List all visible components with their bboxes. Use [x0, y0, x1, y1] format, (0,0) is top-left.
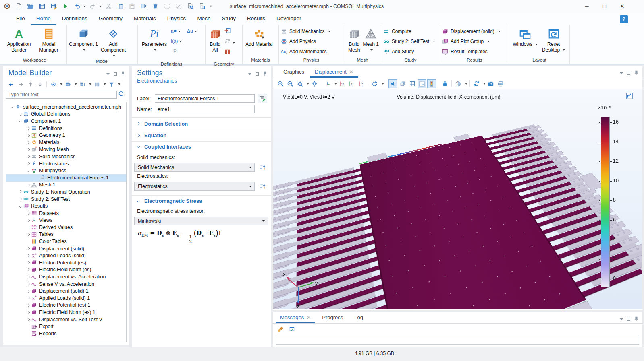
tree-item-electric-potential-es-1[interactable]: Electric Potential (es) 1: [6, 302, 126, 309]
messages-output[interactable]: [276, 335, 639, 345]
ribbon-mini-Pi[interactable]: Pi: [173, 48, 178, 54]
ribbon-mini-u[interactable]: Δu: [187, 28, 197, 34]
paste-button[interactable]: [127, 2, 137, 11]
ribbon-application-builder[interactable]: AApplication Builder: [4, 25, 34, 53]
panel-pin-icon[interactable]: [634, 316, 638, 323]
preview-document-button[interactable]: [197, 2, 207, 11]
chevron-right-icon[interactable]: [17, 198, 23, 200]
ribbon-model-manager[interactable]: Model Manager: [34, 25, 64, 53]
tab-messages[interactable]: Messages✕: [278, 312, 313, 323]
tree-item-moving-mesh[interactable]: Moving Mesh: [6, 146, 126, 153]
snapshot-button[interactable]: [486, 79, 495, 88]
tree-item-electric-field-norm-es-1[interactable]: Electric Field Norm (es) 1: [6, 309, 126, 316]
tree-item-study-1-normal-operation[interactable]: Study 1: Normal Operation: [6, 188, 126, 196]
graphics-canvas[interactable]: VtestL=0 V, VtestR=2 V Volume: Displacem…: [273, 89, 642, 309]
menu-physics[interactable]: Physics: [162, 13, 192, 25]
chevron-right-icon[interactable]: [25, 304, 31, 306]
panel-pin-icon[interactable]: [121, 70, 125, 78]
preview-button[interactable]: [186, 2, 195, 11]
tree-item-solid-mechanics[interactable]: Solid Mechanics: [6, 153, 126, 160]
tensor-select[interactable]: Minkowski: [134, 217, 268, 225]
tree-item-displacement-vs-acceleration[interactable]: Displacement vs. Acceleration: [6, 273, 126, 281]
tree-item-displacement-solid-[interactable]: Displacement (solid): [6, 245, 126, 252]
filter-button[interactable]: [107, 80, 116, 88]
back-button[interactable]: [6, 80, 15, 88]
tree-item-sense-v-vs-acceleration[interactable]: Sense V vs. Acceleration: [6, 281, 126, 288]
solid-mechanics-select[interactable]: Solid Mechanics: [134, 163, 255, 172]
panel-menu-icon[interactable]: [620, 318, 623, 320]
customize-toolbar-button[interactable]: [209, 2, 213, 11]
duplicate-button[interactable]: [139, 2, 148, 11]
help-button[interactable]: ?: [620, 15, 628, 23]
select-button[interactable]: [162, 2, 172, 11]
update-scene-button[interactable]: [472, 79, 481, 88]
zoom-out-button[interactable]: [286, 79, 295, 88]
panel-menu-icon[interactable]: [106, 73, 110, 75]
ribbon-windows[interactable]: Windows: [511, 25, 540, 47]
run-button[interactable]: [61, 2, 70, 11]
tree-item-reports[interactable]: Reports: [6, 330, 126, 337]
cut-button[interactable]: [104, 2, 113, 11]
ribbon-result-templates[interactable]: Result Templates: [442, 48, 501, 55]
menu-materials[interactable]: Materials: [128, 13, 162, 25]
ribbon-build-mesh[interactable]: Build Mesh: [346, 25, 363, 53]
chevron-right-icon[interactable]: [25, 248, 31, 250]
panel-float-icon[interactable]: [256, 72, 259, 76]
tree-item-definitions[interactable]: Definitions: [6, 125, 126, 132]
tree-item-results[interactable]: Results: [6, 202, 126, 210]
label-input[interactable]: Electromechanical Forces 1: [155, 94, 255, 103]
move-down-button[interactable]: [35, 80, 44, 88]
chevron-right-icon[interactable]: [25, 134, 31, 136]
open-file-button[interactable]: [26, 2, 35, 11]
tree-item-color-tables[interactable]: Color Tables: [6, 238, 126, 245]
close-tab-icon[interactable]: ✕: [349, 69, 353, 75]
maximize-button[interactable]: ☐: [596, 0, 613, 13]
chevron-down-icon[interactable]: [17, 120, 23, 122]
chevron-down-icon[interactable]: [25, 170, 31, 172]
ribbon-reset-desktop[interactable]: Reset Desktop: [540, 25, 568, 53]
section-domain-selection[interactable]: Domain Selection: [137, 121, 188, 127]
refresh-icon[interactable]: [118, 91, 126, 99]
expand-all-button[interactable]: [78, 80, 87, 88]
view-xy-button[interactable]: xy: [338, 79, 347, 88]
transparency-button[interactable]: [398, 79, 407, 88]
chevron-right-icon[interactable]: [25, 262, 31, 264]
tree-item-study-2-self-test[interactable]: Study 2: Self Test: [6, 196, 126, 203]
tree-filter-input[interactable]: [6, 91, 117, 99]
forward-button[interactable]: [16, 80, 25, 88]
chevron-right-icon[interactable]: [25, 163, 31, 165]
tree-item-displacement-solid-1[interactable]: Displacement (solid) 1: [6, 287, 126, 295]
grouping-button[interactable]: [92, 80, 101, 88]
tree-item-electromechanical-forces-1[interactable]: Electromechanical Forces 1: [6, 174, 126, 182]
tree-item-electric-potential-es-[interactable]: Electric Potential (es): [6, 259, 126, 266]
plot-corner-icon[interactable]: [626, 92, 633, 99]
undo-button-dropdown[interactable]: [83, 6, 86, 7]
panel-float-icon[interactable]: [627, 318, 630, 321]
chevron-right-icon[interactable]: [25, 269, 31, 271]
chevron-right-icon[interactable]: [25, 283, 31, 285]
create-electrostatics-icon[interactable]: [259, 182, 268, 191]
tree-item-views[interactable]: Views: [6, 217, 126, 224]
open-messages-window-button[interactable]: [287, 325, 296, 333]
tree-item-export[interactable]: Export: [6, 323, 126, 330]
tree-item-applied-loads-solid-1[interactable]: Applied Loads (solid) 1: [6, 295, 126, 302]
zoom-in-button[interactable]: [276, 79, 285, 88]
chevron-right-icon[interactable]: [25, 127, 31, 129]
panel-pin-icon[interactable]: [634, 70, 638, 77]
close-button[interactable]: ✕: [613, 0, 631, 13]
tree-item-component-1[interactable]: Component 1: [6, 118, 126, 125]
chevron-right-icon[interactable]: [25, 141, 31, 143]
color-theme-button[interactable]: [454, 79, 463, 88]
section-equation[interactable]: Equation: [137, 132, 166, 138]
menu-definitions[interactable]: Definitions: [56, 13, 93, 25]
menu-geometry[interactable]: Geometry: [93, 13, 128, 25]
chevron-right-icon[interactable]: [25, 318, 31, 320]
chevron-right-icon[interactable]: [25, 219, 31, 221]
menu-file[interactable]: File: [10, 13, 31, 25]
panel-menu-icon[interactable]: [248, 73, 251, 75]
go-to-view-button[interactable]: [323, 79, 332, 88]
show-color-legend-button[interactable]: [427, 79, 436, 88]
tab-displacement[interactable]: Displacement✕: [312, 66, 356, 78]
move-up-button[interactable]: [26, 80, 35, 88]
menu-home[interactable]: Home: [31, 13, 56, 25]
